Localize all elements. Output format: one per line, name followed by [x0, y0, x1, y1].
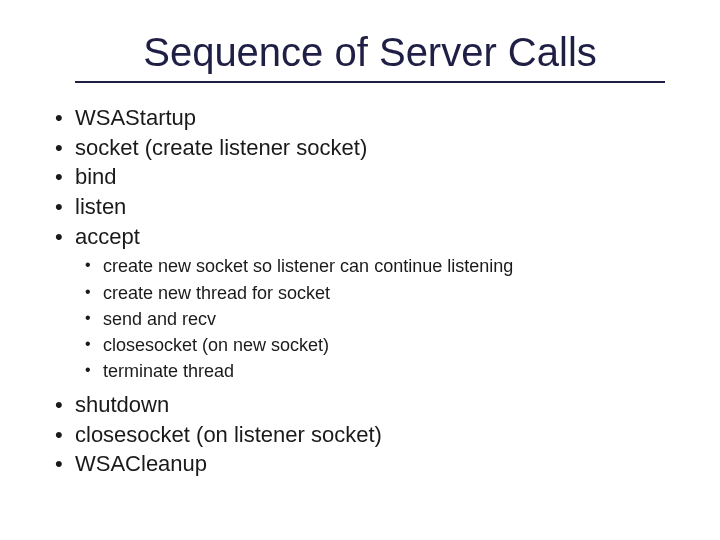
sub-bullet-item: • closesocket (on new socket) [85, 332, 675, 358]
sub-bullet-text: terminate thread [103, 358, 234, 384]
bullet-text: socket (create listener socket) [75, 133, 367, 163]
sub-bullet-text: closesocket (on new socket) [103, 332, 329, 358]
bullet-item: • WSAStartup [55, 103, 675, 133]
bullet-dot-icon: • [55, 133, 75, 163]
bullet-text: listen [75, 192, 126, 222]
bullet-item: • shutdown [55, 390, 675, 420]
bullet-item: • socket (create listener socket) [55, 133, 675, 163]
sub-bullet-text: create new thread for socket [103, 280, 330, 306]
sub-bullet-item: • create new socket so listener can cont… [85, 253, 675, 279]
sub-bullet-item: • send and recv [85, 306, 675, 332]
bullet-text: WSAStartup [75, 103, 196, 133]
bullet-text: WSACleanup [75, 449, 207, 479]
sub-bullet-item: • create new thread for socket [85, 280, 675, 306]
bullet-dot-icon: • [55, 449, 75, 479]
bullet-item: • WSACleanup [55, 449, 675, 479]
bullet-item: • accept [55, 222, 675, 252]
sub-bullet-text: create new socket so listener can contin… [103, 253, 513, 279]
slide-title: Sequence of Server Calls [75, 30, 665, 83]
bullet-dot-icon: • [85, 332, 103, 356]
bullet-dot-icon: • [85, 358, 103, 382]
sub-bullet-item: • terminate thread [85, 358, 675, 384]
main-bullet-list: • WSAStartup • socket (create listener s… [45, 103, 675, 251]
bullet-text: closesocket (on listener socket) [75, 420, 382, 450]
bullet-dot-icon: • [55, 162, 75, 192]
bullet-item: • listen [55, 192, 675, 222]
bullet-dot-icon: • [85, 253, 103, 277]
bullet-dot-icon: • [55, 103, 75, 133]
bullet-dot-icon: • [85, 280, 103, 304]
bullet-dot-icon: • [55, 222, 75, 252]
bullet-text: accept [75, 222, 140, 252]
bullet-dot-icon: • [55, 192, 75, 222]
bullet-item: • closesocket (on listener socket) [55, 420, 675, 450]
bullet-dot-icon: • [85, 306, 103, 330]
bullet-dot-icon: • [55, 420, 75, 450]
bullet-text: bind [75, 162, 117, 192]
bullet-text: shutdown [75, 390, 169, 420]
sub-bullet-text: send and recv [103, 306, 216, 332]
main-bullet-list-continued: • shutdown • closesocket (on listener so… [45, 390, 675, 479]
sub-bullet-list: • create new socket so listener can cont… [45, 253, 675, 383]
bullet-item: • bind [55, 162, 675, 192]
bullet-dot-icon: • [55, 390, 75, 420]
